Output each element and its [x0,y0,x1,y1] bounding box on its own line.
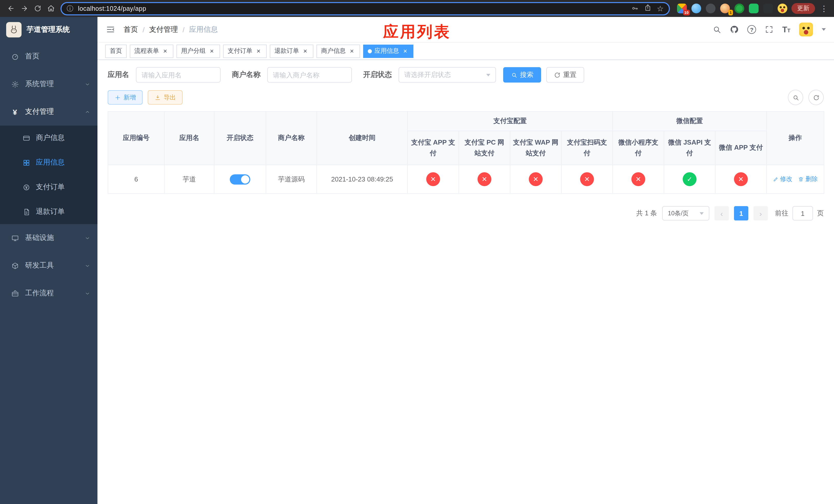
site-info-icon[interactable]: ⓘ [67,4,73,13]
edit-link[interactable]: 修改 [773,175,792,184]
search-icon[interactable] [712,25,721,34]
ext-drop-icon[interactable] [692,4,701,13]
col-alipay-app: 支付宝 APP 支付 [408,131,459,165]
chevron-down-icon [85,291,90,296]
sidebar-item-workflow[interactable]: 工作流程 [0,279,97,307]
config-status-icon [580,172,594,186]
tab-app-info[interactable]: 应用信息 × [363,44,413,58]
tab-user-group[interactable]: 用户分组 × [176,44,220,58]
reset-button[interactable]: 重置 [546,67,584,83]
config-status-icon [478,172,491,186]
sidebar-subitem-app-info[interactable]: 应用信息 [0,150,97,175]
app-logo-row[interactable]: 芋道管理系统 [0,17,97,43]
font-size-icon[interactable]: TT [782,25,790,33]
screen: ⓘ localhost:1024/pay/app ☆ 10 1 更新 ⋮ [0,0,834,504]
browser-forward-button[interactable] [18,2,31,15]
config-status-icon [529,172,543,186]
tab-close-icon[interactable]: × [255,47,262,54]
sidebar: 芋道管理系统 首页 系统管理 ¥ [0,17,97,504]
page-size-select[interactable]: 10条/页 [662,206,709,221]
app-name-input[interactable] [136,67,221,83]
pagination: 共 1 条 10条/页 ‹ 1 › 前往 页 [108,206,824,221]
prev-page-button[interactable]: ‹ [715,206,729,221]
add-button[interactable]: 新增 [108,90,142,105]
browser-home-button[interactable] [44,2,58,15]
status-select[interactable]: 请选择开启状态 [398,67,496,83]
ext-avatar-icon[interactable]: 1 [720,4,730,13]
sidebar-item-devtools[interactable]: 研发工具 [0,252,97,279]
share-icon[interactable] [644,4,651,13]
address-bar[interactable]: ⓘ localhost:1024/pay/app ☆ [61,2,670,15]
col-created: 创建时间 [317,112,408,165]
tab-close-icon[interactable]: × [402,47,409,54]
search-button[interactable]: 搜索 [503,67,541,83]
refresh-table-button[interactable] [808,90,824,105]
chevron-down-icon [85,81,90,87]
pagination-total: 共 1 条 [636,209,657,218]
ext-pin-icon[interactable] [763,4,773,13]
bookmark-star-icon[interactable]: ☆ [657,5,664,12]
gear-icon [10,80,20,88]
password-key-icon[interactable] [631,4,638,13]
tab-pay-order[interactable]: 支付订单 × [223,44,267,58]
search-button-label: 搜索 [520,70,533,79]
ext-emoji-icon[interactable] [777,4,787,13]
app-name-label: 应用名 [108,70,129,79]
ext-dark-icon[interactable] [706,4,716,13]
table-row: 6 芋道 芋道源码 2021-10-23 08:49:25 [108,165,824,193]
sidebar-item-system[interactable]: 系统管理 [0,70,97,98]
browser-menu-icon[interactable]: ⋮ [818,4,830,13]
sidebar-subitem-merchant-info[interactable]: 商户信息 [0,125,97,150]
app-logo [6,22,22,38]
tab-home[interactable]: 首页 [105,44,127,58]
sidebar-item-home[interactable]: 首页 [0,43,97,70]
sidebar-subitem-refund-order[interactable]: 退款订单 [0,200,97,224]
browser-update-button[interactable]: 更新 [791,3,815,14]
sidebar-item-infrastructure[interactable]: 基础设施 [0,224,97,252]
tab-label: 应用信息 [374,47,399,55]
breadcrumb-separator: / [142,25,145,33]
merchant-name-label: 商户名称 [232,70,261,79]
active-tab-dot [368,49,372,53]
browser-back-button[interactable] [4,2,18,15]
config-status-icon [683,172,697,186]
goto-unit: 页 [817,209,824,218]
goto-page-input[interactable] [792,206,813,221]
avatar[interactable] [799,23,813,37]
ext-green-square-icon[interactable] [749,4,759,13]
tab-close-icon[interactable]: × [302,47,309,54]
export-button[interactable]: 导出 [148,90,182,105]
sidebar-item-payment[interactable]: ¥ 支付管理 [0,98,97,125]
tab-close-icon[interactable]: × [208,47,215,54]
ext-grid-icon[interactable]: 10 [677,4,687,13]
status-toggle[interactable] [230,174,250,184]
breadcrumb-payment[interactable]: 支付管理 [149,25,178,34]
chevron-down-icon [700,212,704,214]
merchant-name-input[interactable] [267,67,352,83]
help-icon[interactable]: ? [747,25,756,34]
briefcase-icon [10,290,20,297]
avatar-dropdown-icon[interactable] [822,28,826,31]
tab-bar: 首页 流程表单 × 用户分组 × 支付订单 × 退款订单 × 商户信息 × [97,43,834,60]
github-icon[interactable] [730,25,739,34]
ext-green-circle-icon[interactable] [734,4,744,13]
current-page-button[interactable]: 1 [734,206,748,221]
tab-close-icon[interactable]: × [161,47,169,54]
tab-process-form[interactable]: 流程表单 × [130,44,173,58]
tab-label: 商户信息 [321,47,346,55]
delete-link[interactable]: 删除 [798,175,818,184]
browser-reload-button[interactable] [31,2,44,15]
sidebar-subitem-pay-order[interactable]: 支付订单 [0,175,97,200]
edit-link-label: 修改 [780,175,792,184]
next-page-button[interactable]: › [753,206,768,221]
chevron-down-icon [85,235,90,241]
breadcrumb-home[interactable]: 首页 [124,25,138,34]
toggle-search-button[interactable] [788,90,803,105]
tab-close-icon[interactable]: × [348,47,355,54]
tab-merchant-info[interactable]: 商户信息 × [316,44,360,58]
monitor-icon [10,234,20,242]
col-wechat-mini: 微信小程序支付 [613,131,664,165]
sidebar-collapse-icon[interactable] [106,25,115,35]
fullscreen-icon[interactable] [765,25,773,34]
tab-refund-order[interactable]: 退款订单 × [270,44,313,58]
